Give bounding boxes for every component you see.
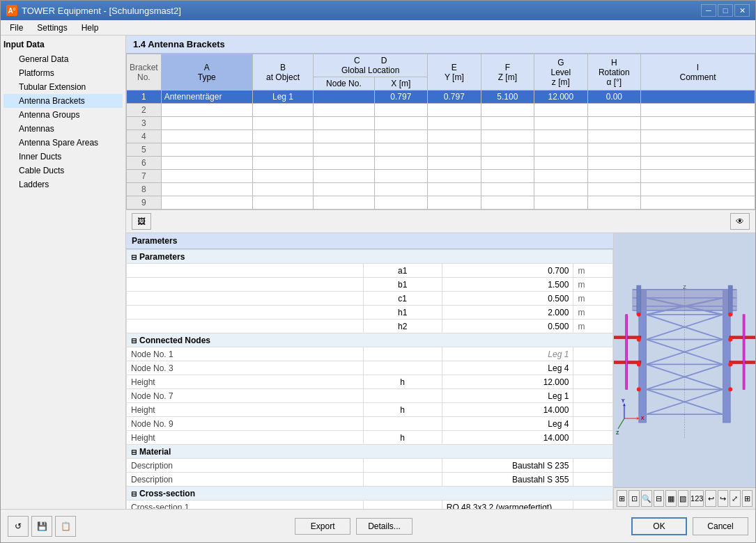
cell-node-no-2[interactable] xyxy=(314,117,374,130)
cell-level-3[interactable] xyxy=(534,130,587,143)
cell-type-1[interactable] xyxy=(161,104,252,117)
cell-level-8[interactable] xyxy=(534,196,587,210)
cell-rotation-8[interactable] xyxy=(587,196,640,210)
view-btn-5[interactable]: ▧ xyxy=(678,490,688,507)
cell-rotation-7[interactable] xyxy=(587,183,640,196)
cell-level-0[interactable]: 12.000 xyxy=(534,90,587,104)
param-value-0-3[interactable]: 2.000 xyxy=(442,306,573,320)
cell-level-2[interactable] xyxy=(534,117,587,130)
cell-level-7[interactable] xyxy=(534,183,587,196)
cell-node-no-1[interactable] xyxy=(314,104,374,117)
cell-type-4[interactable] xyxy=(161,143,252,157)
table-row[interactable]: 5 xyxy=(127,143,755,157)
cell-at-object-7[interactable] xyxy=(252,183,313,196)
cell-level-5[interactable] xyxy=(534,157,587,170)
cell-rotation-2[interactable] xyxy=(587,117,640,130)
param-value-3-0[interactable]: RO 48.3x3.2 (warmgefertigt) xyxy=(442,501,573,510)
menu-settings[interactable]: Settings xyxy=(31,21,73,35)
sidebar-item-antenna-spare-areas[interactable]: Antenna Spare Areas xyxy=(3,136,123,150)
footer-icon-btn-1[interactable]: ↺ xyxy=(8,516,29,537)
footer-icon-btn-3[interactable]: 📋 xyxy=(55,516,76,537)
view-btn-7[interactable]: ↩ xyxy=(705,490,716,507)
cell-at-object-8[interactable] xyxy=(252,196,313,210)
cell-comment-6[interactable] xyxy=(641,170,755,183)
cell-z-2[interactable] xyxy=(481,117,534,130)
footer-icon-btn-2[interactable]: 💾 xyxy=(31,516,52,537)
cell-type-3[interactable] xyxy=(161,130,252,143)
cell-comment-0[interactable] xyxy=(641,90,755,104)
ok-button[interactable]: OK xyxy=(631,517,687,535)
view-btn-9[interactable]: ⤢ xyxy=(730,490,740,507)
cell-z-1[interactable] xyxy=(481,104,534,117)
cell-type-0[interactable]: Antennenträger xyxy=(161,90,252,104)
cell-x-2[interactable] xyxy=(374,117,427,130)
param-value-1-6[interactable]: 14.000 xyxy=(442,431,573,445)
cell-rotation-1[interactable] xyxy=(587,104,640,117)
cancel-button[interactable]: Cancel xyxy=(693,517,748,535)
cell-x-4[interactable] xyxy=(374,143,427,157)
table-row[interactable]: 7 xyxy=(127,170,755,183)
param-value-1-5[interactable]: Leg 4 xyxy=(442,417,573,431)
table-add-button[interactable]: 🖼 xyxy=(132,213,151,230)
param-value-1-4[interactable]: 14.000 xyxy=(442,403,573,417)
cell-node-no-3[interactable] xyxy=(314,130,374,143)
cell-z-6[interactable] xyxy=(481,170,534,183)
cell-comment-2[interactable] xyxy=(641,117,755,130)
sidebar-item-ladders[interactable]: Ladders xyxy=(3,178,123,191)
table-row[interactable]: 1 Antennenträger Leg 1 0.797 0.797 5.100… xyxy=(127,90,755,104)
cell-z-8[interactable] xyxy=(481,196,534,210)
close-button[interactable]: ✕ xyxy=(734,4,750,17)
view-btn-8[interactable]: ↪ xyxy=(718,490,728,507)
view-btn-10[interactable]: ⊞ xyxy=(742,490,753,507)
details-button[interactable]: Details... xyxy=(356,518,412,535)
cell-at-object-5[interactable] xyxy=(252,157,313,170)
view-btn-4[interactable]: ▦ xyxy=(665,490,676,507)
cell-x-5[interactable] xyxy=(374,157,427,170)
cell-at-object-1[interactable] xyxy=(252,104,313,117)
menu-file[interactable]: File xyxy=(3,21,29,35)
cell-y-0[interactable]: 0.797 xyxy=(428,90,481,104)
table-row[interactable]: 8 xyxy=(127,183,755,196)
cell-x-0[interactable]: 0.797 xyxy=(374,90,427,104)
cell-x-8[interactable] xyxy=(374,196,427,210)
cell-node-no-8[interactable] xyxy=(314,196,374,210)
cell-node-no-7[interactable] xyxy=(314,183,374,196)
param-value-1-2[interactable]: 12.000 xyxy=(442,375,573,389)
table-row[interactable]: 9 xyxy=(127,196,755,210)
sidebar-item-inner-ducts[interactable]: Inner Ducts xyxy=(3,150,123,164)
cell-z-0[interactable]: 5.100 xyxy=(481,90,534,104)
cell-z-4[interactable] xyxy=(481,143,534,157)
cell-z-5[interactable] xyxy=(481,157,534,170)
sidebar-item-cable-ducts[interactable]: Cable Ducts xyxy=(3,164,123,178)
cell-y-8[interactable] xyxy=(428,196,481,210)
cell-node-no-4[interactable] xyxy=(314,143,374,157)
cell-type-5[interactable] xyxy=(161,157,252,170)
cell-type-6[interactable] xyxy=(161,170,252,183)
cell-z-3[interactable] xyxy=(481,130,534,143)
cell-rotation-5[interactable] xyxy=(587,157,640,170)
cell-node-no-5[interactable] xyxy=(314,157,374,170)
cell-y-7[interactable] xyxy=(428,183,481,196)
table-visibility-button[interactable]: 👁 xyxy=(730,213,750,230)
param-value-1-1[interactable]: Leg 4 xyxy=(442,361,573,375)
cell-comment-4[interactable] xyxy=(641,143,755,157)
cell-comment-1[interactable] xyxy=(641,104,755,117)
cell-level-4[interactable] xyxy=(534,143,587,157)
cell-rotation-0[interactable]: 0.00 xyxy=(587,90,640,104)
param-value-0-0[interactable]: 0.700 xyxy=(442,264,573,278)
cell-x-6[interactable] xyxy=(374,170,427,183)
3d-view[interactable]: X Y Z Z xyxy=(614,233,755,487)
cell-type-2[interactable] xyxy=(161,117,252,130)
param-value-1-3[interactable]: Leg 1 xyxy=(442,389,573,403)
cell-at-object-3[interactable] xyxy=(252,130,313,143)
param-value-2-0[interactable]: Baustahl S 235 xyxy=(442,459,573,473)
cell-y-5[interactable] xyxy=(428,157,481,170)
cell-at-object-6[interactable] xyxy=(252,170,313,183)
cell-rotation-6[interactable] xyxy=(587,170,640,183)
view-btn-zoom[interactable]: 🔍 xyxy=(641,490,652,507)
table-area[interactable]: BracketNo. AType Bat Object C DGlobal Lo… xyxy=(126,54,755,210)
cell-at-object-4[interactable] xyxy=(252,143,313,157)
cell-x-3[interactable] xyxy=(374,130,427,143)
cell-comment-7[interactable] xyxy=(641,183,755,196)
maximize-button[interactable]: □ xyxy=(718,4,733,17)
